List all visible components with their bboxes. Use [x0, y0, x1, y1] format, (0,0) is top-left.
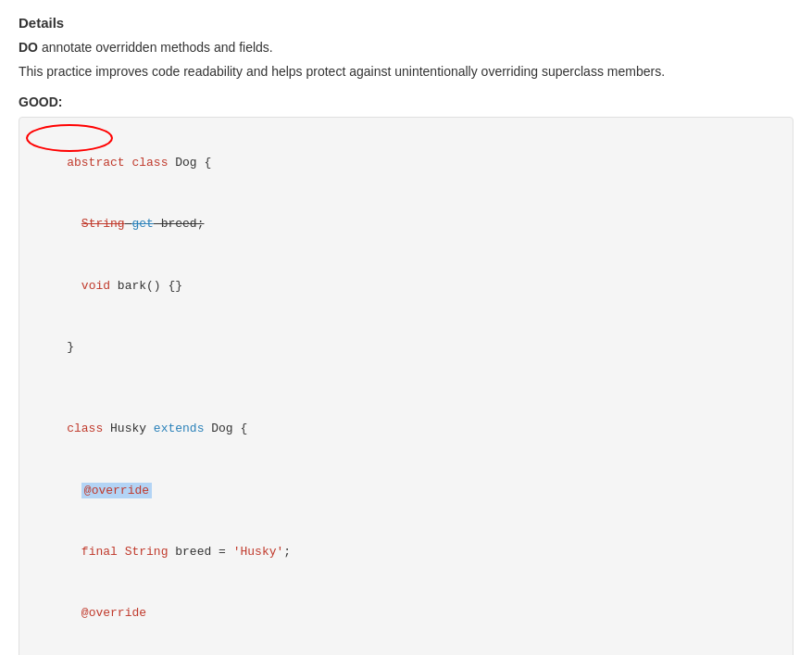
good-code-line: @override	[38, 583, 774, 644]
good-code-line: @override	[38, 460, 774, 522]
good-code-line	[38, 378, 774, 398]
keyword-get: get	[131, 217, 153, 231]
good-code-line: }	[38, 317, 774, 378]
good-label: GOOD:	[19, 94, 793, 109]
keyword-string2: String	[125, 545, 169, 559]
good-code-line: class Husky extends Dog {	[38, 398, 774, 460]
good-code-line: abstract class Dog {	[38, 132, 774, 194]
good-code-line: final String breed = 'Husky';	[38, 522, 774, 583]
do-text: annotate overridden methods and fields.	[42, 40, 273, 55]
keyword-void: void	[81, 279, 110, 293]
do-instruction: DO annotate overridden methods and field…	[19, 40, 793, 55]
keyword-final: final	[81, 545, 118, 559]
string-husky: 'Husky'	[233, 545, 284, 559]
annotation-override-highlighted: @override	[81, 483, 152, 498]
keyword-class: class	[131, 156, 168, 170]
good-code-line: String get breed;	[38, 194, 774, 255]
keyword-extends: extends	[154, 422, 205, 435]
good-code-line: void bark() {}	[38, 256, 774, 317]
annotation-override: @override	[81, 606, 146, 620]
description-text: This practice improves code readability …	[19, 62, 793, 82]
page-title: Details	[19, 15, 793, 31]
keyword-abstract: abstract	[67, 156, 124, 170]
good-code-line: void bark() {}	[38, 644, 774, 655]
good-code-block: abstract class Dog { String get breed; v…	[19, 117, 793, 655]
keyword-class: class	[67, 422, 103, 435]
keyword-string: String	[81, 217, 125, 231]
do-label: DO	[19, 40, 38, 55]
